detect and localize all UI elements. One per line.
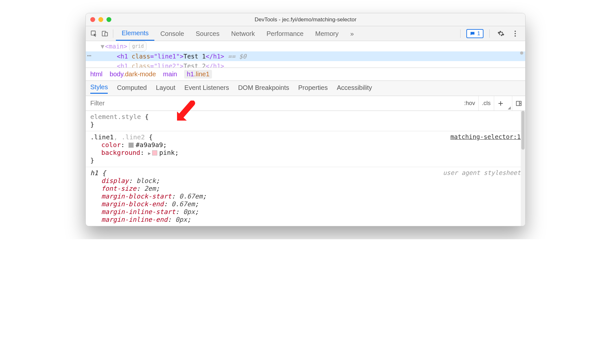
styles-rules: element.style { } matching-selector:1 .l… (86, 111, 525, 226)
zoom-window-button[interactable] (106, 17, 111, 22)
declaration-background[interactable]: background: ▶pink; (90, 149, 521, 156)
styles-subtabs: Styles Computed Layout Event Listeners D… (86, 80, 525, 96)
subtab-computed[interactable]: Computed (117, 84, 147, 93)
crumb-body[interactable]: body.dark-mode (110, 70, 156, 78)
rule-matching-selector[interactable]: matching-selector:1 .line1, .line2 { col… (86, 131, 525, 167)
subtab-properties[interactable]: Properties (298, 84, 328, 93)
subtab-accessibility[interactable]: Accessibility (337, 84, 372, 93)
dom-attr-value: line1 (158, 53, 176, 60)
dom-text: Test 1 (183, 53, 206, 60)
selector-h1: h1 (90, 169, 98, 177)
cls-toggle[interactable]: .cls (478, 96, 494, 111)
tab-elements[interactable]: Elements (116, 26, 154, 41)
styles-filter-input[interactable] (86, 96, 458, 111)
declaration-display[interactable]: display: block; (90, 177, 521, 185)
more-icon[interactable] (510, 28, 521, 39)
expand-ellipsis-icon[interactable]: ⋯ (87, 51, 91, 60)
device-toolbar-icon[interactable] (99, 28, 110, 39)
separator (460, 29, 461, 38)
subtab-dom-breakpoints[interactable]: DOM Breakpoints (238, 84, 289, 93)
svg-point-4 (515, 33, 516, 34)
svg-point-3 (515, 30, 516, 32)
message-icon (470, 31, 475, 36)
scrollbar-thumb[interactable] (521, 111, 525, 150)
window-title: DevTools - jec.fyi/demo/matching-selecto… (86, 16, 525, 23)
dom-tag-open: <h1 (117, 53, 132, 60)
titlebar: DevTools - jec.fyi/demo/matching-selecto… (86, 13, 525, 26)
computed-sidebar-toggle-icon[interactable] (512, 96, 525, 111)
declaration-font-size[interactable]: font-size: 2em; (90, 185, 521, 192)
minimize-window-button[interactable] (98, 17, 103, 22)
rule-source-ua: user agent stylesheet (443, 169, 521, 176)
dom-row-main[interactable]: ▼<main>grid (86, 41, 525, 51)
devtools-window: DevTools - jec.fyi/demo/matching-selecto… (85, 13, 526, 226)
color-swatch-icon[interactable] (128, 143, 134, 148)
tab-network[interactable]: Network (225, 27, 261, 40)
crumb-h1[interactable]: h1.line1 (184, 70, 212, 79)
settings-icon[interactable] (495, 28, 506, 39)
grid-badge[interactable]: grid (129, 41, 147, 51)
dollar-zero-hint: == $0 (224, 53, 247, 60)
subtab-event-listeners[interactable]: Event Listeners (184, 84, 229, 93)
declaration-margin-inline-end[interactable]: margin-inline-end: 0px; (90, 216, 521, 223)
dom-row-next[interactable]: <h1 class="line2">Test 2</h1> (86, 61, 525, 68)
crumb-main[interactable]: main (163, 70, 177, 78)
svg-point-5 (515, 35, 516, 37)
selector-inactive[interactable]: .line2 (121, 133, 145, 141)
rule-element-style[interactable]: element.style { } (86, 111, 525, 131)
panel-tabbar: Elements Console Sources Network Perform… (86, 26, 525, 41)
inspect-element-icon[interactable] (88, 28, 99, 39)
tabs-overflow[interactable]: » (344, 27, 360, 40)
separator (489, 29, 490, 38)
declaration-color[interactable]: color: #a9a9a9; (90, 141, 521, 149)
dom-tree[interactable]: ⋯ ▼<main>grid <h1 class="line1">Test 1</… (86, 41, 525, 68)
issues-chip[interactable]: 1 (466, 29, 483, 38)
selector-active[interactable]: .line1 (90, 133, 114, 141)
declaration-margin-block-end[interactable]: margin-block-end: 0.67em; (90, 200, 521, 208)
rule-user-agent[interactable]: user agent stylesheet h1 { display: bloc… (86, 167, 525, 226)
rule-source-link[interactable]: matching-selector:1 (450, 133, 521, 140)
new-style-rule-icon[interactable] (494, 96, 507, 111)
hov-toggle[interactable]: :hov (461, 96, 478, 111)
dom-attr-name: class (132, 53, 150, 60)
declaration-margin-block-start[interactable]: margin-block-start: 0.67em; (90, 192, 521, 200)
issues-count: 1 (477, 30, 480, 37)
tab-sources[interactable]: Sources (190, 27, 225, 40)
window-controls (86, 17, 111, 22)
declaration-margin-inline-start[interactable]: margin-inline-start: 0px; (90, 208, 521, 216)
tab-performance[interactable]: Performance (261, 27, 310, 40)
styles-filter-row: :hov .cls ◢ (86, 96, 525, 111)
color-swatch-icon[interactable] (152, 150, 157, 155)
gutter-marker-icon (520, 51, 523, 55)
vertical-scrollbar[interactable] (521, 111, 525, 226)
svg-rect-2 (105, 32, 107, 36)
crumb-html[interactable]: html (90, 70, 103, 78)
subtab-layout[interactable]: Layout (156, 84, 175, 93)
overflow-corner-icon: ◢ (507, 105, 512, 111)
dom-row-selected[interactable]: <h1 class="line1">Test 1</h1> == $0 (86, 51, 525, 61)
disclosure-triangle-icon[interactable]: ▼ (101, 43, 104, 50)
tab-memory[interactable]: Memory (309, 27, 344, 40)
expand-shorthand-icon[interactable]: ▶ (148, 151, 151, 156)
selector-element-style: element.style (90, 113, 141, 121)
subtab-styles[interactable]: Styles (90, 83, 108, 94)
tab-console[interactable]: Console (154, 27, 190, 40)
close-window-button[interactable] (90, 17, 95, 22)
separator (113, 29, 113, 38)
breadcrumb: html body.dark-mode main h1.line1 (86, 68, 525, 80)
